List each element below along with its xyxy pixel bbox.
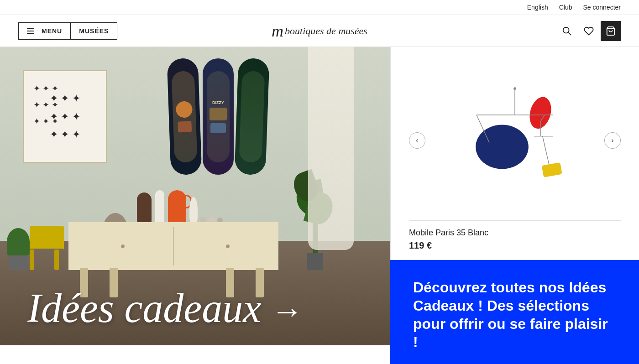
svg-line-1 bbox=[568, 32, 571, 35]
hero-image: ✦ ✦ ✦✦ ✦ ✦✦ ✦ ✦ DIZZY bbox=[0, 47, 390, 345]
product-image-area: ‹ bbox=[409, 61, 621, 220]
main-nav: MENU MUSÉES m boutiques de musées bbox=[0, 15, 639, 47]
hero-section: ✦ ✦ ✦✦ ✦ ✦✦ ✦ ✦ DIZZY bbox=[0, 47, 639, 345]
musees-label: MUSÉES bbox=[79, 27, 109, 35]
wall-artwork: ✦ ✦ ✦✦ ✦ ✦✦ ✦ ✦ bbox=[23, 70, 107, 163]
hero-headline: Idées cadeaux → bbox=[27, 285, 303, 332]
orange-pitcher bbox=[168, 190, 186, 227]
svg-rect-5 bbox=[542, 162, 562, 177]
product-price: 119 € bbox=[409, 240, 621, 251]
svg-line-10 bbox=[543, 136, 549, 164]
nav-right bbox=[557, 21, 621, 41]
svg-point-0 bbox=[563, 27, 569, 33]
prev-button[interactable]: ‹ bbox=[409, 132, 425, 149]
search-button[interactable] bbox=[557, 21, 577, 41]
calder-mobile-image bbox=[451, 77, 579, 204]
menu-button[interactable]: MENU bbox=[18, 22, 71, 40]
heart-icon bbox=[584, 26, 594, 36]
nav-left: MENU MUSÉES bbox=[18, 22, 117, 40]
svg-point-13 bbox=[513, 87, 516, 90]
curtain bbox=[308, 47, 354, 250]
next-button[interactable]: › bbox=[604, 132, 621, 149]
musees-button[interactable]: MUSÉES bbox=[71, 22, 117, 40]
hamburger-icon bbox=[27, 28, 34, 34]
small-white-vase bbox=[189, 197, 198, 222]
top-bar: English Club Se connecter bbox=[0, 0, 639, 15]
logo-tagline: boutiques de musées bbox=[285, 25, 367, 37]
small-left-plant bbox=[7, 228, 30, 270]
promo-panel[interactable]: Découvrez toutes nos Idées Cadeaux ! Des… bbox=[390, 260, 639, 364]
product-info: Mobile Paris 35 Blanc 119 € bbox=[409, 220, 621, 251]
cart-button[interactable] bbox=[601, 21, 621, 41]
right-panel: ‹ bbox=[390, 47, 639, 345]
product-card: ‹ bbox=[390, 47, 639, 260]
cart-icon bbox=[606, 26, 616, 36]
language-link[interactable]: English bbox=[527, 4, 548, 11]
svg-point-3 bbox=[476, 125, 529, 169]
sideboard bbox=[68, 222, 278, 270]
logo-m: m bbox=[272, 21, 283, 41]
wishlist-button[interactable] bbox=[579, 21, 599, 41]
hero-text-overlay[interactable]: Idées cadeaux → bbox=[27, 285, 303, 332]
skateboards: DIZZY bbox=[169, 58, 267, 175]
brown-vase bbox=[137, 192, 152, 224]
product-name: Mobile Paris 35 Blanc bbox=[409, 228, 621, 238]
yellow-chair bbox=[30, 205, 64, 270]
site-logo[interactable]: m boutiques de musées bbox=[272, 21, 367, 41]
menu-label: MENU bbox=[42, 27, 62, 35]
club-link[interactable]: Club bbox=[559, 4, 572, 11]
login-link[interactable]: Se connecter bbox=[583, 4, 621, 11]
search-icon bbox=[562, 26, 572, 36]
promo-text: Découvrez toutes nos Idées Cadeaux ! Des… bbox=[413, 278, 616, 351]
